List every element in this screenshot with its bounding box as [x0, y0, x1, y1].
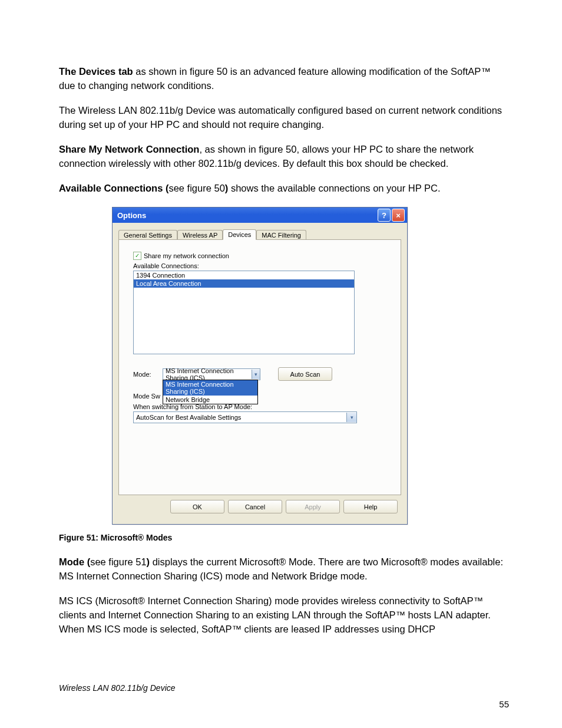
paragraph-ms-ics: MS ICS (Microsoft® Internet Connection S… — [59, 594, 509, 637]
text-p4-mid: see figure 50 — [168, 183, 224, 193]
auto-scan-button[interactable]: Auto Scan — [278, 367, 332, 381]
bold-share: Share My Network Connection — [59, 144, 199, 154]
mode-dropdown-list[interactable]: MS Internet Connection Sharing (ICS) Net… — [163, 380, 258, 404]
tab-mac-filtering[interactable]: MAC Filtering — [256, 230, 306, 240]
options-dialog: Options ? × General Settings Wireless AP… — [112, 207, 408, 525]
paragraph-available-conn: Available Connections (see figure 50) sh… — [59, 182, 509, 196]
tab-general-settings[interactable]: General Settings — [118, 230, 177, 240]
list-item[interactable]: 1394 Connection — [134, 271, 354, 279]
text-p5-mid: see figure 51 — [90, 556, 146, 567]
paragraph-share-conn: Share My Network Connection, as shown in… — [59, 143, 509, 171]
tab-devices[interactable]: Devices — [223, 229, 256, 240]
mode-sw-label: Mode Sw — [133, 393, 163, 400]
bold-avail-open: Available Connections ( — [59, 183, 168, 193]
devices-panel: ✓ Share my network connection Available … — [118, 239, 401, 495]
apply-button[interactable]: Apply — [286, 500, 340, 513]
switch-mode-combobox[interactable]: AutoScan for Best Available Settings ▾ — [133, 411, 357, 423]
tab-strip: General Settings Wireless AP Devices MAC… — [118, 229, 401, 240]
mode-combobox[interactable]: MS Internet Connection Sharing (ICS) ▾ M… — [163, 368, 260, 380]
share-connection-label: Share my network connection — [144, 252, 229, 259]
paragraph-devices-tab: The Devices tab as shown in figure 50 is… — [59, 65, 509, 93]
paragraph-auto-config: The Wireless LAN 802.11b/g Device was au… — [59, 104, 509, 132]
available-connections-label: Available Connections: — [133, 262, 386, 269]
dialog-title: Options — [117, 211, 146, 220]
paragraph-mode: Mode (see figure 51) displays the curren… — [59, 555, 509, 584]
bold-devices-tab: The Devices tab — [59, 66, 133, 77]
share-connection-checkbox[interactable]: ✓ — [133, 252, 141, 260]
mode-label: Mode: — [133, 371, 163, 378]
bold-mode-open: Mode ( — [59, 556, 90, 567]
chevron-down-icon[interactable]: ▾ — [252, 370, 260, 379]
page-number: 55 — [499, 699, 509, 709]
ok-button[interactable]: OK — [170, 500, 224, 513]
figure-caption: Figure 51: Microsoft® Modes — [59, 533, 509, 542]
help-icon[interactable]: ? — [378, 209, 391, 222]
tab-wireless-ap[interactable]: Wireless AP — [177, 230, 223, 240]
help-button[interactable]: Help — [343, 500, 398, 513]
chevron-down-icon[interactable]: ▾ — [346, 413, 356, 422]
text-p4-rest: shows the available connections on your … — [228, 183, 440, 193]
switch-mode-value: AutoScan for Best Available Settings — [136, 414, 241, 421]
footer-device-name: Wireless LAN 802.11b/g Device — [59, 683, 176, 693]
connections-listbox[interactable]: 1394 Connection Local Area Connection — [133, 271, 355, 354]
switch-mode-label: When switching from Station to AP Mode: — [133, 403, 386, 410]
cancel-button[interactable]: Cancel — [228, 500, 282, 513]
dialog-titlebar[interactable]: Options ? × — [113, 207, 407, 223]
list-item[interactable]: Local Area Connection — [134, 279, 354, 288]
close-icon[interactable]: × — [392, 209, 405, 222]
dropdown-item[interactable]: Network Bridge — [163, 396, 257, 404]
dropdown-item[interactable]: MS Internet Connection Sharing (ICS) — [163, 380, 257, 396]
